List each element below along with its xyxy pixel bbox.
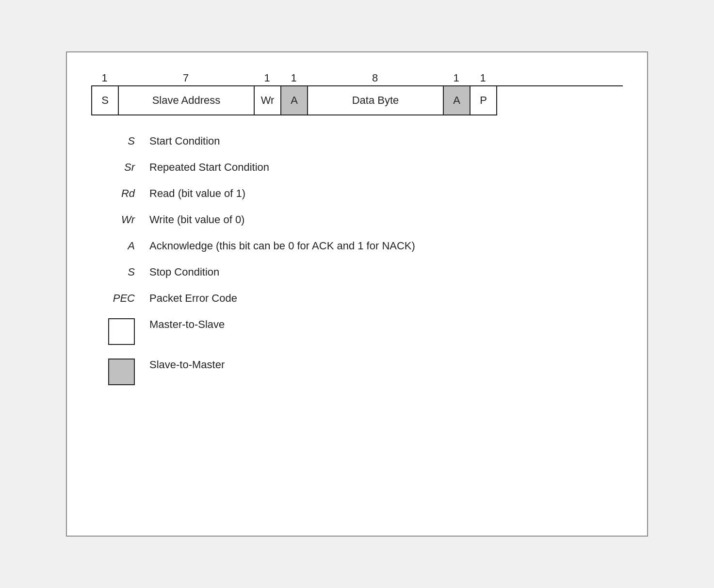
legend-symbol-text: Wr	[91, 213, 149, 226]
legend-row: Slave-to-Master	[91, 359, 623, 385]
legend-description-text: Stop Condition	[149, 266, 219, 278]
diagram-container: 1711811 SSlave AddressWrAData ByteAP SSt…	[66, 51, 648, 537]
legend-row: WrWrite (bit value of 0)	[91, 213, 623, 226]
bit-count-label: 1	[91, 72, 118, 84]
legend-symbol-text: Sr	[91, 161, 149, 174]
bit-counts-row: 1711811	[91, 72, 623, 84]
legend-description-text: Repeated Start Condition	[149, 161, 269, 174]
legend-description-text: Master-to-Slave	[149, 318, 225, 331]
frame-section: 1711811 SSlave AddressWrAData ByteAP	[91, 72, 623, 115]
frame-cell: Slave Address	[119, 86, 255, 115]
legend-symbol-box	[91, 359, 149, 385]
frame-cell: Data Byte	[308, 86, 444, 115]
legend-row: AAcknowledge (this bit can be 0 for ACK …	[91, 240, 623, 252]
master-to-slave-box	[108, 318, 135, 345]
legend-symbol-text: Rd	[91, 187, 149, 200]
frame-cell: S	[92, 86, 119, 115]
legend-row: Master-to-Slave	[91, 318, 623, 345]
frame-cell: A	[281, 86, 308, 115]
legend-row: PECPacket Error Code	[91, 292, 623, 305]
legend-description-text: Start Condition	[149, 135, 220, 147]
slave-to-master-box	[108, 359, 135, 385]
legend-symbol-box	[91, 318, 149, 345]
bit-count-label: 1	[280, 72, 307, 84]
legend-row: SStop Condition	[91, 266, 623, 278]
legend-description-text: Read (bit value of 1)	[149, 187, 245, 200]
bit-count-label: 8	[307, 72, 443, 84]
legend-symbol-text: A	[91, 240, 149, 252]
legend-row: SStart Condition	[91, 135, 623, 147]
legend-row: SrRepeated Start Condition	[91, 161, 623, 174]
frame-cell: A	[444, 86, 471, 115]
legend-description-text: Write (bit value of 0)	[149, 213, 244, 226]
frame-cell: P	[471, 86, 497, 115]
frame-cell: Wr	[255, 86, 281, 115]
legend-description-text: Packet Error Code	[149, 292, 237, 305]
bit-count-label: 1	[254, 72, 280, 84]
legend-section: SStart ConditionSrRepeated Start Conditi…	[91, 135, 623, 385]
legend-symbol-text: S	[91, 266, 149, 278]
legend-symbol-text: PEC	[91, 292, 149, 305]
frame-table: SSlave AddressWrAData ByteAP	[91, 85, 623, 115]
legend-row: RdRead (bit value of 1)	[91, 187, 623, 200]
legend-description-text: Slave-to-Master	[149, 359, 225, 371]
bit-count-label: 7	[118, 72, 254, 84]
bit-count-label: 1	[443, 72, 470, 84]
legend-description-text: Acknowledge (this bit can be 0 for ACK a…	[149, 240, 415, 252]
legend-symbol-text: S	[91, 135, 149, 147]
bit-count-label: 1	[470, 72, 496, 84]
